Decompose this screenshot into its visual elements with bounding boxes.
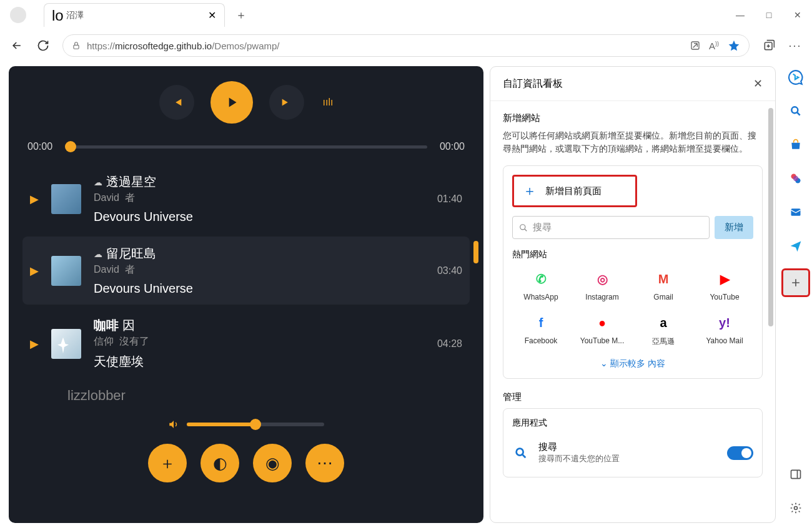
song-row[interactable]: ▶ ☁透過星空 David 者 Devours Universe 01:40 <box>22 165 470 233</box>
site-tile[interactable]: MGmail <box>635 269 692 301</box>
shopping-icon[interactable] <box>785 134 807 156</box>
site-tile[interactable]: ◎Instagram <box>573 269 631 301</box>
favorite-star-icon[interactable] <box>728 39 740 52</box>
hot-sites-title: 熱門網站 <box>512 249 753 260</box>
close-panel-icon[interactable]: ✕ <box>753 77 763 90</box>
add-site-title: 新增網站 <box>503 112 763 124</box>
app-toggle[interactable] <box>727 446 753 460</box>
add-sidebar-button[interactable] <box>781 268 810 297</box>
search-input[interactable]: 搜尋 <box>512 216 710 239</box>
seek-thumb[interactable] <box>65 141 76 152</box>
site-tile[interactable]: y!Yahoo Mail <box>696 313 753 347</box>
time-total: 00:00 <box>440 141 465 152</box>
previous-button[interactable] <box>159 85 194 120</box>
collections-icon[interactable] <box>757 34 781 57</box>
album-cover <box>51 184 81 214</box>
site-icon: ◎ <box>592 269 612 289</box>
apps-title: 應用程式 <box>512 418 753 429</box>
record-button[interactable]: ◉ <box>253 444 292 482</box>
outlook-icon[interactable] <box>785 201 807 223</box>
send-icon[interactable] <box>785 235 807 257</box>
bing-chat-icon[interactable] <box>785 66 807 89</box>
maximize-button[interactable]: □ <box>755 2 783 27</box>
browser-tab[interactable]: lo 沼澤 ✕ <box>44 3 225 27</box>
content-area: ıılı 00:00 00:00 ▶ ☁透過星空 David 者 Devours… <box>0 61 812 528</box>
play-song-icon[interactable]: ▶ <box>30 337 39 351</box>
panel-scrollbar[interactable] <box>768 108 773 326</box>
lock-icon <box>72 41 81 50</box>
playlist-scrollbar[interactable] <box>473 241 478 263</box>
play-button[interactable] <box>210 81 253 124</box>
site-label: Gmail <box>653 293 673 301</box>
url-text: https://microsoftedge.github.io/Demos/pw… <box>87 41 280 51</box>
site-label: Facebook <box>525 336 558 345</box>
song-row[interactable]: ▶ ☁留尼旺島 David 者 Devours Universe 03:40 <box>22 237 470 305</box>
site-icon: ✆ <box>531 269 551 289</box>
add-current-page-button[interactable]: ＋ 新增目前頁面 <box>512 175 637 207</box>
site-label: YouTube <box>710 293 739 301</box>
song-row[interactable]: ▶ 咖啡因 信仰 沒有了 天使塵埃 04:28 <box>22 308 470 379</box>
seek-bar[interactable] <box>65 145 427 149</box>
site-tile[interactable]: fFacebook <box>512 313 570 347</box>
svg-rect-0 <box>74 45 79 49</box>
address-bar[interactable]: https://microsoftedge.github.io/Demos/pw… <box>62 34 750 57</box>
site-label: Instagram <box>585 293 618 301</box>
plus-icon: ＋ <box>523 182 537 200</box>
toggle-sidebar-icon[interactable] <box>785 463 807 486</box>
add-search-button[interactable]: 新增 <box>715 216 753 239</box>
chevron-down-icon: ⌄ <box>600 358 610 368</box>
site-icon: ▶ <box>715 269 735 289</box>
play-song-icon[interactable]: ▶ <box>30 264 39 278</box>
read-aloud-icon[interactable]: A)) <box>709 41 719 51</box>
new-tab-button[interactable]: ＋ <box>231 5 251 25</box>
show-more-link[interactable]: ⌄ 顯示較多 內容 <box>512 358 753 369</box>
customize-sidebar-panel: 自訂資訊看板 ✕ 新增網站 您可以將任何網站或網頁新增至提要欄位。新增您目前的頁… <box>490 66 776 523</box>
apps-card: 應用程式 搜尋 搜尋而不遺失您的位置 <box>503 408 763 477</box>
visualizer-icon[interactable]: ıılı <box>323 97 334 108</box>
panel-header: 自訂資訊看板 ✕ <box>490 67 775 101</box>
open-external-icon[interactable] <box>690 41 700 51</box>
bottom-actions: ＋ ◐ ◉ ⋯ <box>9 444 483 482</box>
site-tile[interactable]: ▶YouTube <box>696 269 753 301</box>
site-grid: ✆WhatsApp◎InstagramMGmail▶YouTubefFacebo… <box>512 269 753 347</box>
site-tile[interactable]: ✆WhatsApp <box>512 269 570 301</box>
volume-thumb[interactable] <box>250 419 261 430</box>
volume-icon[interactable] <box>168 419 179 430</box>
search-icon[interactable] <box>785 100 807 122</box>
profile-avatar[interactable] <box>10 7 26 23</box>
song-info: 咖啡因 信仰 沒有了 天使塵埃 <box>94 317 425 370</box>
cloud-icon: ☁ <box>94 177 102 187</box>
office-icon[interactable] <box>785 167 807 190</box>
svg-point-8 <box>793 176 798 181</box>
panel-title: 自訂資訊看板 <box>503 77 563 90</box>
song-row-cut: lizzlobber <box>22 383 470 409</box>
close-window-button[interactable]: ✕ <box>783 2 812 27</box>
timeline: 00:00 00:00 <box>9 141 483 152</box>
settings-icon[interactable] <box>785 497 807 519</box>
refresh-button[interactable] <box>31 34 55 57</box>
minimize-button[interactable]: — <box>726 2 755 27</box>
next-button[interactable] <box>269 85 304 120</box>
add-button[interactable]: ＋ <box>148 444 187 482</box>
site-icon: y! <box>715 313 735 333</box>
search-icon <box>519 223 528 232</box>
site-icon: a <box>653 313 673 333</box>
manage-title: 管理 <box>503 391 763 403</box>
site-icon: M <box>653 269 673 289</box>
toolbar: https://microsoftedge.github.io/Demos/pw… <box>0 30 812 61</box>
close-tab-icon[interactable]: ✕ <box>207 11 217 21</box>
volume-slider[interactable] <box>187 423 324 426</box>
svg-rect-9 <box>791 208 801 216</box>
back-button[interactable] <box>5 34 29 57</box>
site-tile[interactable]: a亞馬遜 <box>635 313 692 347</box>
more-button[interactable]: ⋯ <box>305 444 344 482</box>
svg-point-11 <box>795 507 798 510</box>
app-row-search: 搜尋 搜尋而不遺失您的位置 <box>512 438 753 468</box>
playback-controls: ıılı <box>9 81 483 124</box>
add-site-desc: 您可以將任何網站或網頁新增至提要欄位。新增您目前的頁面、搜尋熱門網站，或選取下方… <box>503 129 763 155</box>
site-tile[interactable]: ●YouTube M... <box>573 313 631 347</box>
more-menu-icon[interactable]: ··· <box>783 34 807 57</box>
play-song-icon[interactable]: ▶ <box>30 192 39 206</box>
theme-button[interactable]: ◐ <box>201 444 239 482</box>
site-label: WhatsApp <box>523 293 558 301</box>
